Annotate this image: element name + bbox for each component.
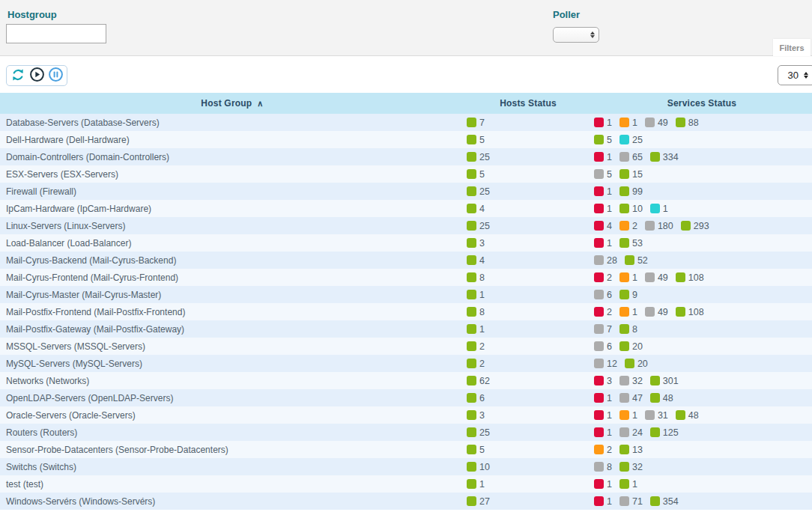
service-status-badge-unknown[interactable]: 65 [619,152,643,162]
service-status-badge-ok[interactable]: 354 [650,496,679,507]
service-status-badge-critical[interactable]: 1 [594,393,612,403]
host-status-badge-ok[interactable]: 2 [467,359,485,369]
service-status-badge-unknown[interactable]: 28 [594,255,617,266]
host-status-badge-ok[interactable]: 25 [467,221,490,231]
service-status-badge-warning[interactable]: 1 [619,118,637,128]
service-status-badge-unknown[interactable]: 31 [645,410,668,421]
service-status-badge-critical[interactable]: 1 [594,186,612,197]
hostgroup-name[interactable]: Linux-Servers (Linux-Servers) [0,217,464,234]
poller-select[interactable] [553,27,599,43]
host-status-badge-ok[interactable]: 1 [467,479,485,490]
service-status-badge-critical[interactable]: 3 [594,376,612,386]
service-status-badge-critical[interactable]: 2 [594,272,612,283]
host-status-badge-ok[interactable]: 25 [467,427,490,438]
host-status-badge-ok[interactable]: 4 [467,204,485,214]
service-status-badge-ok[interactable]: 8 [619,324,637,335]
service-status-badge-critical[interactable]: 1 [594,152,612,162]
host-status-badge-ok[interactable]: 4 [467,255,485,266]
play-button[interactable] [28,67,45,84]
service-status-badge-ok[interactable]: 9 [619,290,637,300]
hostgroup-name[interactable]: Mail-Postfix-Frontend (Mail-Postfix-Fron… [0,303,464,320]
service-status-badge-ok[interactable]: 15 [619,169,643,180]
service-status-badge-pending[interactable]: 1 [650,204,668,214]
service-status-badge-unknown[interactable]: 49 [645,272,668,283]
service-status-badge-ok[interactable]: 1 [619,479,637,490]
hostgroup-name[interactable]: Domain-Controllers (Domain-Controllers) [0,148,464,165]
hostgroup-name[interactable]: Firewall (Firewall) [0,183,464,200]
service-status-badge-unknown[interactable]: 8 [594,462,612,472]
service-status-badge-unknown[interactable]: 5 [594,169,612,180]
hostgroup-name[interactable]: OpenLDAP-Servers (OpenLDAP-Servers) [0,389,464,406]
host-status-badge-ok[interactable]: 10 [467,462,490,472]
service-status-badge-ok[interactable]: 5 [594,135,612,145]
service-status-badge-ok[interactable]: 334 [650,152,679,162]
service-status-badge-ok[interactable]: 125 [650,427,679,438]
host-status-badge-ok[interactable]: 62 [467,376,490,386]
service-status-badge-ok[interactable]: 20 [619,341,643,352]
service-status-badge-unknown[interactable]: 32 [619,376,643,386]
hostgroup-name[interactable]: Load-Balancer (Load-Balancer) [0,234,464,252]
service-status-badge-ok[interactable]: 99 [619,186,643,197]
service-status-badge-warning[interactable]: 1 [619,272,637,283]
host-status-badge-ok[interactable]: 5 [467,169,485,180]
host-status-badge-ok[interactable]: 3 [467,238,485,249]
service-status-badge-unknown[interactable]: 47 [619,393,643,403]
hostgroup-name[interactable]: Oracle-Servers (Oracle-Servers) [0,406,464,424]
host-status-badge-ok[interactable]: 25 [467,186,490,197]
hostgroup-name[interactable]: ESX-Servers (ESX-Servers) [0,165,464,183]
hostgroup-filter-input[interactable] [6,24,106,43]
service-status-badge-ok[interactable]: 10 [619,204,643,214]
column-header-services-status[interactable]: Services Status [592,93,812,114]
filters-tab[interactable]: Filters [773,39,811,56]
hostgroup-name[interactable]: Dell-Hardware (Dell-Hardware) [0,131,464,148]
service-status-badge-warning[interactable]: 2 [594,445,612,455]
service-status-badge-warning[interactable]: 1 [619,410,637,421]
host-status-badge-ok[interactable]: 7 [467,118,485,128]
service-status-badge-ok[interactable]: 108 [676,307,704,317]
hostgroup-name[interactable]: test (test) [0,475,464,493]
service-status-badge-critical[interactable]: 1 [594,479,612,490]
host-status-badge-ok[interactable]: 5 [467,445,485,455]
hostgroup-name[interactable]: Routers (Routers) [0,424,464,441]
host-status-badge-ok[interactable]: 5 [467,135,485,145]
column-header-host-group[interactable]: Host Group ∧ [0,93,464,114]
host-status-badge-ok[interactable]: 3 [467,410,485,421]
service-status-badge-warning[interactable]: 1 [619,307,637,317]
service-status-badge-critical[interactable]: 4 [594,221,612,231]
hostgroup-name[interactable]: Mail-Cyrus-Master (Mail-Cyrus-Master) [0,286,464,303]
service-status-badge-critical[interactable]: 1 [594,427,612,438]
service-status-badge-critical[interactable]: 1 [594,496,612,507]
hostgroup-name[interactable]: IpCam-Hardware (IpCam-Hardware) [0,200,464,217]
service-status-badge-ok[interactable]: 88 [676,118,699,128]
service-status-badge-unknown[interactable]: 6 [594,341,612,352]
hostgroup-name[interactable]: MySQL-Servers (MySQL-Servers) [0,355,464,372]
host-status-badge-ok[interactable]: 1 [467,324,485,335]
service-status-badge-unknown[interactable]: 7 [594,324,612,335]
service-status-badge-critical[interactable]: 1 [594,238,612,249]
page-size-select[interactable]: 30 [778,65,812,85]
service-status-badge-unknown[interactable]: 6 [594,290,612,300]
service-status-badge-critical[interactable]: 2 [594,307,612,317]
host-status-badge-ok[interactable]: 25 [467,152,490,162]
service-status-badge-unknown[interactable]: 49 [645,307,668,317]
host-status-badge-ok[interactable]: 8 [467,272,485,283]
hostgroup-name[interactable]: Mail-Cyrus-Frontend (Mail-Cyrus-Frontend… [0,269,464,286]
hostgroup-name[interactable]: Mail-Cyrus-Backend (Mail-Cyrus-Backend) [0,252,464,269]
host-status-badge-ok[interactable]: 1 [467,290,485,300]
service-status-badge-ok[interactable]: 53 [619,238,643,249]
refresh-button[interactable] [10,67,26,84]
service-status-badge-ok[interactable]: 48 [650,393,673,403]
service-status-badge-critical[interactable]: 1 [594,204,612,214]
service-status-badge-ok[interactable]: 52 [625,255,648,266]
service-status-badge-unknown[interactable]: 180 [645,221,673,231]
hostgroup-name[interactable]: Database-Servers (Database-Servers) [0,114,464,131]
service-status-badge-critical[interactable]: 1 [594,118,612,128]
service-status-badge-unknown[interactable]: 12 [594,359,617,369]
service-status-badge-ok[interactable]: 301 [650,376,679,386]
host-status-badge-ok[interactable]: 6 [467,393,485,403]
service-status-badge-unknown[interactable]: 71 [619,496,643,507]
service-status-badge-critical[interactable]: 1 [594,410,612,421]
service-status-badge-unknown[interactable]: 24 [619,427,643,438]
service-status-badge-ok[interactable]: 108 [676,272,704,283]
hostgroup-name[interactable]: MSSQL-Servers (MSSQL-Servers) [0,338,464,355]
